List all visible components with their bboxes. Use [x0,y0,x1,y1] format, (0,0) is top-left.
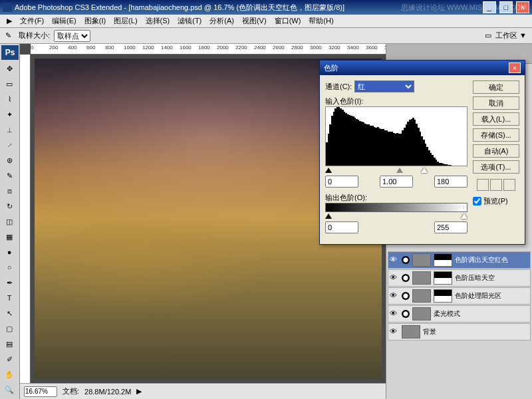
ps-menu-icon[interactable]: ▶ [3,15,16,27]
eyedropper-icon: ✎ [5,31,15,41]
menu-filter[interactable]: 滤镜(T) [174,15,205,27]
adjustment-icon [402,310,410,318]
menu-image[interactable]: 图象(I) [80,15,110,27]
pen-tool[interactable]: ✒ [1,275,17,290]
visibility-icon[interactable]: 👁 [390,327,399,336]
menu-layer[interactable]: 图层(L) [110,15,141,27]
layer-row[interactable]: 👁色阶处理阳光区 [388,287,531,305]
zoom-tool[interactable]: 🔍 [1,382,17,397]
output-black-field[interactable] [325,221,358,233]
visibility-icon[interactable]: 👁 [390,291,399,301]
auto-button[interactable]: 自动(A) [473,144,519,158]
black-eyedropper-icon[interactable] [477,179,489,191]
sample-size-label: 取样大小: [19,31,50,41]
visibility-icon[interactable]: 👁 [390,309,399,319]
menu-analysis[interactable]: 分析(A) [205,15,238,27]
output-levels-label: 输出色阶(O): [325,193,467,203]
input-levels-label: 输入色阶(I): [325,96,467,106]
docsize-value: 28.8M/120.2M [84,388,131,396]
lasso-tool[interactable]: ⌇ [1,92,17,106]
output-black-slider[interactable] [325,213,332,219]
layer-mask[interactable] [434,253,452,267]
layer-thumb[interactable] [402,325,420,338]
wand-tool[interactable]: ✦ [1,107,17,122]
input-gamma-field[interactable] [380,176,413,188]
gray-eyedropper-icon[interactable] [490,179,502,191]
layer-row[interactable]: 👁色阶压暗天空 [388,269,531,287]
layer-thumb[interactable] [412,289,431,303]
input-slider[interactable] [325,168,467,173]
ps-logo-icon: Ps [1,45,19,60]
menu-file[interactable]: 文件(F) [16,15,48,27]
eyedropper-tool[interactable]: ✐ [1,352,17,366]
zoom-input[interactable] [24,386,57,397]
white-point-slider[interactable] [421,168,428,173]
ok-button[interactable]: 确定 [473,80,519,94]
menu-edit[interactable]: 编辑(E) [48,15,80,27]
cancel-button[interactable]: 取消 [473,96,519,110]
blur-tool[interactable]: ● [1,245,17,259]
workspace-menu[interactable]: 工作区 ▼ [495,31,527,41]
save-button[interactable]: 存储(S)... [473,128,519,142]
layer-mask[interactable] [434,271,452,285]
gradient-tool[interactable]: ▦ [1,229,17,244]
notes-tool[interactable]: ▤ [1,336,17,351]
input-white-field[interactable] [434,176,467,188]
adjustment-icon [402,292,410,300]
preview-checkbox[interactable]: 预览(P) [473,196,519,206]
type-tool[interactable]: T [1,291,17,305]
output-white-slider[interactable] [461,213,467,219]
options-bar: ✎ 取样大小: 取样点 ▭ 工作区 ▼ [0,28,532,44]
docsize-label: 文档: [63,386,79,396]
layer-thumb[interactable] [412,253,431,267]
marquee-tool[interactable]: ▭ [1,76,17,91]
status-arrow-icon[interactable]: ▶ [136,387,142,396]
history-brush-tool[interactable]: ↻ [1,199,17,213]
app-icon [3,3,12,12]
preview-check-input[interactable] [473,197,481,205]
screen-mode-icon[interactable]: ▭ [485,31,491,40]
channel-select[interactable]: 红 [354,80,414,92]
layer-row[interactable]: 👁色阶调出天空红色 [388,251,531,269]
sample-size-select[interactable]: 取样点 [54,30,90,42]
crop-tool[interactable]: ⟂ [1,122,17,137]
path-tool[interactable]: ↖ [1,306,17,321]
visibility-icon[interactable]: 👁 [390,273,399,283]
tools-panel: Ps ✥ ▭ ⌇ ✦ ⟂ ⟋ ⊛ ✎ ⧈ ↻ ◫ ▦ ● ○ ✒ T ↖ ▢ ▤… [0,44,20,399]
menu-select[interactable]: 选择(S) [142,15,174,27]
dialog-titlebar[interactable]: 色阶 × [320,61,525,75]
output-slider[interactable] [325,213,467,219]
layer-mask[interactable] [434,289,452,303]
slice-tool[interactable]: ⟋ [1,138,17,152]
gamma-slider[interactable] [396,168,403,173]
layer-row[interactable]: 👁柔光模式 [388,305,531,323]
watermark-text: 思缘设计论坛 WWW.MISSYUAN.COM [401,3,527,13]
histogram [325,106,467,166]
input-black-field[interactable] [325,176,358,188]
visibility-icon[interactable]: 👁 [390,255,399,265]
heal-tool[interactable]: ⊛ [1,153,17,168]
options-button[interactable]: 选项(T)... [473,160,519,174]
dialog-title: 色阶 [324,63,338,73]
shape-tool[interactable]: ▢ [1,321,17,336]
move-tool[interactable]: ✥ [1,61,17,76]
layer-name: 背景 [423,327,529,336]
load-button[interactable]: 载入(L)... [473,112,519,126]
hand-tool[interactable]: ✋ [1,367,17,382]
white-eyedropper-icon[interactable] [503,179,515,191]
brush-tool[interactable]: ✎ [1,168,17,183]
layer-row[interactable]: 👁背景 [388,323,531,340]
vertical-ruler [20,55,31,383]
output-white-field[interactable] [434,221,467,233]
eraser-tool[interactable]: ◫ [1,214,17,229]
menu-view[interactable]: 视图(V) [238,15,271,27]
layer-thumb[interactable] [412,307,431,321]
menu-window[interactable]: 窗口(W) [271,15,305,27]
stamp-tool[interactable]: ⧈ [1,184,17,198]
menu-help[interactable]: 帮助(H) [305,15,337,27]
menu-bar: ▶ 文件(F) 编辑(E) 图象(I) 图层(L) 选择(S) 滤镜(T) 分析… [0,15,532,28]
dialog-close-button[interactable]: × [509,63,521,73]
black-point-slider[interactable] [325,168,332,173]
layer-thumb[interactable] [412,271,431,285]
dodge-tool[interactable]: ○ [1,260,17,275]
